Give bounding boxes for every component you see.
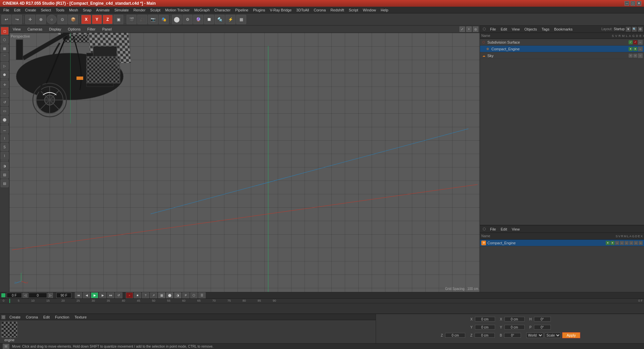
display-grid-button[interactable]: ▦	[236, 15, 246, 24]
sky-tag[interactable]: –	[638, 53, 643, 58]
attr-flag-6[interactable]: –	[629, 241, 633, 245]
object-button[interactable]: ⊕	[36, 15, 46, 24]
menu-character[interactable]: Character	[212, 7, 232, 13]
menu-window[interactable]: Window	[361, 7, 378, 13]
h-input[interactable]	[534, 317, 551, 321]
subdiv-dot-2[interactable]: ✓	[633, 40, 637, 44]
tool-spline[interactable]: ⌒	[1, 53, 9, 61]
menu-vray[interactable]: V-Ray Bridge	[268, 7, 294, 13]
display-hidden-button[interactable]: ⚡	[225, 15, 235, 24]
maxon-logo-small[interactable]: M	[3, 344, 9, 349]
search-icon-btn[interactable]: 🔍	[632, 27, 637, 32]
redo-button[interactable]: ↪	[12, 15, 22, 24]
tool-rotate[interactable]: ↺	[1, 98, 9, 106]
p-input[interactable]	[534, 325, 551, 330]
end-frame-input[interactable]	[56, 293, 71, 298]
sky-dot-1[interactable]: ○	[629, 54, 633, 58]
render-to-po-button[interactable]: 📷	[148, 15, 158, 24]
menu-motion-tracker[interactable]: Motion Tracker	[163, 7, 192, 13]
render-all-button[interactable]: 🎭	[159, 15, 169, 24]
attr-menu-file[interactable]: File	[488, 227, 498, 232]
attr-flag-1[interactable]: ●	[606, 241, 610, 245]
subdiv-tag[interactable]: –	[638, 40, 643, 45]
obj-menu-bookmarks[interactable]: Bookmarks	[552, 27, 575, 32]
tool-model[interactable]: ◻	[1, 27, 9, 35]
stop-btn[interactable]: ■	[134, 292, 141, 298]
tool-deform[interactable]: ⬢	[1, 70, 9, 79]
go-to-start-btn[interactable]: ⏮	[75, 292, 82, 298]
vp-menu-options[interactable]: Options	[66, 27, 83, 32]
world-select[interactable]: World Object	[526, 333, 543, 338]
display-flat-button[interactable]: 🔲	[204, 15, 214, 24]
record-btn[interactable]: ●	[126, 292, 133, 298]
engine-tag[interactable]: –	[638, 47, 643, 51]
engine-dot-1[interactable]: ●	[629, 47, 633, 51]
bezier-button[interactable]: ⊙	[57, 15, 67, 24]
subdiv-dot-1[interactable]: ✓	[629, 40, 633, 44]
timeline-options-btn[interactable]: ☰	[198, 292, 206, 298]
tool-mesh[interactable]: ▦	[1, 44, 9, 52]
tool-move[interactable]: ✛	[1, 81, 9, 89]
pos-key-btn[interactable]: ▦	[158, 292, 165, 298]
display-isoparm-button[interactable]: 🔮	[193, 15, 203, 24]
box-button[interactable]: 📦	[68, 15, 78, 24]
tool-weight[interactable]: ▤	[1, 179, 9, 187]
material-item-engine[interactable]: engine	[1, 321, 17, 342]
tool-animate[interactable]: ▷	[1, 62, 9, 70]
display-sphere-button[interactable]: ⬤	[172, 15, 182, 24]
attr-selected-row[interactable]: ⚙ Compact_Engine ● ● – – – – – –	[480, 240, 644, 246]
layout-dropdown-btn[interactable]: ▼	[626, 27, 631, 32]
vp-menu-cameras[interactable]: Cameras	[25, 27, 45, 32]
menu-3dtoall[interactable]: 3DToAll	[294, 7, 311, 13]
mat-menu-corona[interactable]: Corona	[24, 314, 40, 320]
z-size-input[interactable]	[475, 333, 495, 338]
go-to-end-btn[interactable]: ⏭	[107, 292, 114, 298]
obj-menu-file[interactable]: File	[488, 27, 498, 32]
menu-sculpt[interactable]: Sculpt	[148, 7, 163, 13]
menu-simulate[interactable]: Simulate	[112, 7, 131, 13]
menu-script[interactable]: Script	[347, 7, 360, 13]
minimize-button[interactable]: ─	[625, 1, 629, 6]
pla-key-btn[interactable]: ⬡	[190, 292, 198, 298]
object-row-sky[interactable]: ☁ Sky ○ ○ –	[480, 52, 644, 59]
render-view-button[interactable]: 🎥	[137, 15, 147, 24]
menu-select[interactable]: Select	[39, 7, 53, 13]
engine-dot-2[interactable]: ●	[633, 47, 637, 51]
vp-menu-display[interactable]: Display	[47, 27, 63, 32]
axis-y-button[interactable]: Y	[92, 15, 102, 24]
vp-ctrl-3[interactable]: ◎	[473, 27, 478, 32]
play-btn[interactable]: ▶	[91, 292, 98, 298]
vp-ctrl-2[interactable]: +	[466, 27, 472, 32]
tool-sculpt[interactable]: ◑	[1, 162, 9, 170]
vp-ctrl-1[interactable]: ⤢	[460, 27, 465, 32]
z-position-input[interactable]	[445, 333, 465, 338]
display-const-button[interactable]: 🔩	[215, 15, 225, 24]
x-position-input[interactable]	[475, 317, 495, 321]
vp-menu-filter[interactable]: Filter	[85, 27, 97, 32]
frame-value-input[interactable]	[29, 293, 47, 298]
menu-mograph[interactable]: MoGraph	[192, 7, 212, 13]
tool-bridge[interactable]: ⌇	[1, 134, 9, 142]
menu-create[interactable]: Create	[23, 7, 38, 13]
menu-animate[interactable]: Animate	[94, 7, 112, 13]
sky-dot-2[interactable]: ○	[633, 54, 637, 58]
render-region-button[interactable]: 🎬	[126, 15, 137, 24]
menu-redshift[interactable]: Redshift	[328, 7, 346, 13]
attr-flag-3[interactable]: –	[615, 241, 619, 245]
attr-menu-edit[interactable]: Edit	[499, 227, 509, 232]
menu-edit[interactable]: Edit	[12, 7, 22, 13]
key-btn[interactable]: ↗	[150, 292, 157, 298]
obj-menu-tags[interactable]: Tags	[540, 27, 551, 32]
axis-x-button[interactable]: X	[81, 15, 91, 24]
frame-right-btn[interactable]: ▷	[48, 293, 53, 298]
object-row-engine[interactable]: ⚙ Compact_Engine ● ● –	[480, 46, 644, 52]
menu-corona[interactable]: Corona	[312, 7, 328, 13]
y-position-input[interactable]	[475, 325, 495, 330]
menu-snap[interactable]: Snap	[81, 7, 94, 13]
close-button[interactable]: ✕	[637, 1, 641, 6]
mat-menu-texture[interactable]: Texture	[72, 314, 89, 320]
y-size-input[interactable]	[504, 325, 525, 330]
new-object-button[interactable]: ✛	[25, 15, 35, 24]
mat-menu-create[interactable]: Create	[7, 314, 22, 320]
scale-select[interactable]: Scale	[545, 333, 561, 338]
